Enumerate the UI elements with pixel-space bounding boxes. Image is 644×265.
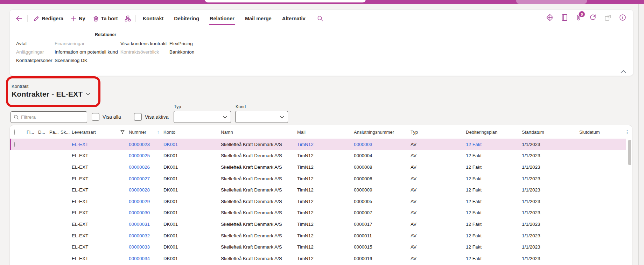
table-row[interactable]: EL-EXT 00000028 DK001 Skellefteå Kraft D… bbox=[10, 184, 626, 196]
tab-mail-merge[interactable]: Mail merge bbox=[240, 13, 277, 24]
cell-nummer[interactable]: 00000025 bbox=[127, 153, 162, 158]
toolbar-search-button[interactable] bbox=[314, 15, 326, 22]
cell-mall[interactable]: TimN12 bbox=[295, 222, 352, 227]
menu-item[interactable]: Avtal bbox=[16, 40, 52, 48]
select-all-circle[interactable] bbox=[14, 130, 15, 135]
cell-nummer[interactable]: 00000032 bbox=[127, 233, 162, 238]
cell-debiteringsplan[interactable]: 12 Fakt bbox=[464, 256, 520, 261]
edit-button[interactable]: Redigera bbox=[29, 13, 67, 24]
cell-nummer[interactable]: 00000034 bbox=[127, 256, 162, 261]
cell-leveransart[interactable]: EL-EXT bbox=[70, 233, 127, 238]
collapse-ribbon-button[interactable] bbox=[621, 70, 626, 73]
table-row[interactable]: EL-EXT 00000030 DK001 Skellefteå Kraft D… bbox=[10, 207, 626, 219]
process-button[interactable] bbox=[122, 13, 134, 24]
cell-nummer[interactable]: 00000028 bbox=[127, 187, 162, 193]
cell-konto[interactable]: DK001 bbox=[162, 165, 219, 170]
column-header-slutdatum[interactable]: Slutdatum bbox=[578, 130, 616, 135]
book-icon[interactable] bbox=[561, 14, 568, 21]
cell-anslutningsnummer[interactable]: 0000004 bbox=[352, 153, 409, 158]
cell-konto[interactable]: DK001 bbox=[162, 187, 219, 193]
column-header-startdatum[interactable]: Startdatum bbox=[520, 130, 578, 135]
menu-item[interactable]: FlexPricing bbox=[169, 40, 194, 48]
typ-dropdown[interactable] bbox=[174, 111, 231, 123]
cell-anslutningsnummer[interactable]: 0000009 bbox=[352, 187, 409, 193]
cell-debiteringsplan[interactable]: 12 Fakt bbox=[464, 142, 520, 147]
page-title-row[interactable]: Kontrakter - EL-EXT bbox=[12, 90, 90, 98]
column-header-fl[interactable]: Fl... bbox=[25, 130, 36, 135]
column-header-namn[interactable]: Namn bbox=[219, 130, 295, 135]
cell-konto[interactable]: DK001 bbox=[162, 210, 219, 215]
show-all-checkbox[interactable] bbox=[92, 113, 99, 121]
menu-item[interactable]: Information om potentiell kund bbox=[55, 48, 118, 56]
cell-konto[interactable]: DK001 bbox=[162, 153, 219, 158]
menu-item[interactable]: Visa kundens kontrakt bbox=[120, 40, 167, 48]
cell-leveransart[interactable]: EL-EXT bbox=[70, 153, 127, 158]
cell-nummer[interactable]: 00000031 bbox=[127, 222, 162, 227]
column-header-debiteringsplan[interactable]: Debiteringsplan bbox=[464, 130, 520, 135]
cell-leveransart[interactable]: EL-EXT bbox=[70, 176, 127, 181]
tab-alternativ[interactable]: Alternativ bbox=[277, 13, 311, 24]
cell-konto[interactable]: DK001 bbox=[162, 176, 219, 181]
menu-item[interactable]: Bankkonton bbox=[169, 48, 194, 56]
kund-dropdown[interactable] bbox=[235, 111, 288, 123]
cell-nummer[interactable]: 00000023 bbox=[127, 142, 162, 147]
cell-debiteringsplan[interactable]: 12 Fakt bbox=[464, 165, 520, 170]
column-header-konto[interactable]: Konto bbox=[162, 130, 219, 135]
column-header-nummer[interactable]: Nummer ↑ bbox=[127, 130, 162, 135]
show-active-checkbox[interactable] bbox=[134, 113, 142, 121]
cell-anslutningsnummer[interactable]: 0000007 bbox=[352, 210, 409, 215]
cell-mall[interactable]: TimN12 bbox=[295, 233, 352, 238]
cell-nummer[interactable]: 00000027 bbox=[127, 176, 162, 181]
cell-debiteringsplan[interactable]: 12 Fakt bbox=[464, 187, 520, 193]
cell-anslutningsnummer[interactable]: 0000006 bbox=[352, 176, 409, 181]
cell-anslutningsnummer[interactable]: 0000015 bbox=[352, 244, 409, 250]
back-button[interactable] bbox=[13, 13, 26, 24]
cell-debiteringsplan[interactable]: 12 Fakt bbox=[464, 222, 520, 227]
cell-mall[interactable]: TimN12 bbox=[295, 256, 352, 261]
cell-anslutningsnummer[interactable]: 0000003 bbox=[352, 142, 409, 147]
column-header-mall[interactable]: Mall bbox=[295, 130, 352, 135]
cell-mall[interactable]: TimN12 bbox=[295, 187, 352, 193]
cell-konto[interactable]: DK001 bbox=[162, 142, 219, 147]
table-row[interactable]: EL-EXT 00000031 DK001 Skellefteå Kraft D… bbox=[10, 218, 626, 230]
cell-leveransart[interactable]: EL-EXT bbox=[70, 222, 127, 227]
cell-debiteringsplan[interactable]: 12 Fakt bbox=[464, 233, 520, 238]
column-options-icon[interactable]: ⋮ bbox=[616, 129, 633, 135]
info-icon[interactable] bbox=[619, 14, 626, 21]
cell-anslutningsnummer[interactable]: 0000011 bbox=[352, 233, 409, 238]
column-header-leveransart[interactable]: Leveransart bbox=[70, 130, 127, 135]
table-row[interactable]: EL-EXT 00000029 DK001 Skellefteå Kraft D… bbox=[10, 196, 626, 207]
delete-button[interactable]: Ta bort bbox=[89, 13, 122, 24]
cell-leveransart[interactable]: EL-EXT bbox=[70, 142, 127, 147]
cell-debiteringsplan[interactable]: 12 Fakt bbox=[464, 199, 520, 204]
table-row[interactable]: EL-EXT 00000033 DK001 Skellefteå Kraft D… bbox=[10, 241, 626, 253]
tab-debitering[interactable]: Debitering bbox=[169, 13, 204, 24]
cell-leveransart[interactable]: EL-EXT bbox=[70, 210, 127, 215]
filter-search-input[interactable] bbox=[21, 114, 84, 120]
cell-mall[interactable]: TimN12 bbox=[295, 244, 352, 250]
cell-konto[interactable]: DK001 bbox=[162, 244, 219, 250]
tab-kontrakt[interactable]: Kontrakt bbox=[138, 13, 169, 24]
cell-mall[interactable]: TimN12 bbox=[295, 165, 352, 170]
menu-item[interactable]: Scenarielog DK bbox=[55, 56, 118, 65]
topbar-search-box-remnant[interactable] bbox=[205, 0, 366, 2]
vertical-scrollbar-thumb[interactable] bbox=[628, 140, 631, 165]
column-header-typ[interactable]: Typ bbox=[409, 130, 464, 135]
cell-leveransart[interactable]: EL-EXT bbox=[70, 244, 127, 250]
open-in-new-icon[interactable] bbox=[604, 14, 611, 21]
tab-relationer[interactable]: Relationer bbox=[204, 13, 240, 24]
cell-leveransart[interactable]: EL-EXT bbox=[70, 187, 127, 193]
cell-anslutningsnummer[interactable]: 0000019 bbox=[352, 256, 409, 261]
column-header-d[interactable]: D... bbox=[36, 130, 48, 135]
cell-konto[interactable]: DK001 bbox=[162, 233, 219, 238]
cell-mall[interactable]: TimN12 bbox=[295, 153, 352, 158]
table-row[interactable]: EL-EXT 00000026 DK001 Skellefteå Kraft D… bbox=[10, 161, 626, 173]
cell-konto[interactable]: DK001 bbox=[162, 222, 219, 227]
cell-mall[interactable]: TimN12 bbox=[295, 210, 352, 215]
row-select-circle[interactable] bbox=[14, 142, 15, 147]
cell-debiteringsplan[interactable]: 12 Fakt bbox=[464, 176, 520, 181]
cell-konto[interactable]: DK001 bbox=[162, 199, 219, 204]
app-designer-icon[interactable] bbox=[546, 14, 553, 21]
table-row[interactable]: EL-EXT 00000032 DK001 Skellefteå Kraft D… bbox=[10, 230, 626, 242]
cell-mall[interactable]: TimN12 bbox=[295, 199, 352, 204]
